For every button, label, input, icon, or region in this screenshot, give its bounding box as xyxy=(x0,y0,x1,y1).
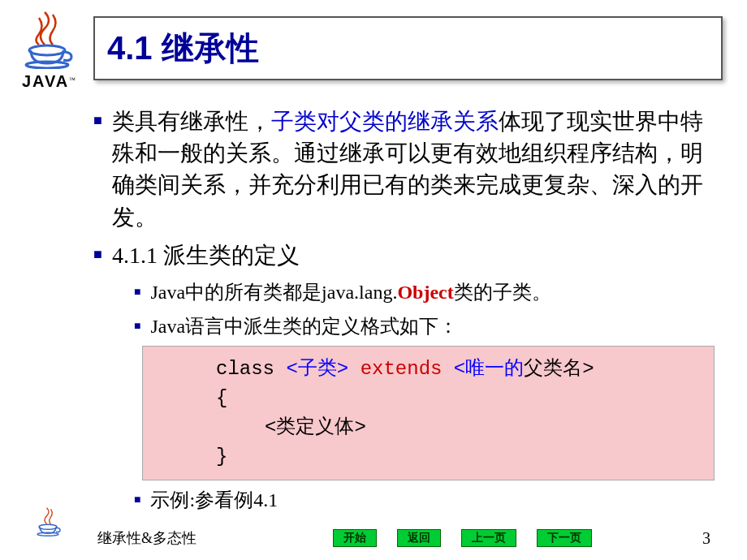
next-button[interactable]: 下一页 xyxy=(537,529,592,547)
sub-bullet-2: ■ Java语言中派生类的定义格式如下： xyxy=(134,312,723,341)
nav-buttons: 开始 返回 上一页 下一页 xyxy=(333,529,592,547)
start-button[interactable]: 开始 xyxy=(333,529,377,547)
code-block: class <子类> extends <唯一的父类名> { <类定义体> } xyxy=(142,346,715,480)
sub-bullet-3: ■ 示例:参看例4.1 xyxy=(134,485,723,515)
java-cup-icon xyxy=(24,8,73,69)
footer: 继承性&多态性 开始 返回 上一页 下一页 3 xyxy=(0,528,747,548)
code-line-1: class <子类> extends <唯一的父类名> xyxy=(216,355,641,384)
svg-point-1 xyxy=(26,62,68,68)
bullet-mark: ■ xyxy=(93,246,102,263)
sub-bullet-text: 示例:参看例4.1 xyxy=(150,485,278,515)
slide-title: 4.1 继承性 xyxy=(107,26,709,71)
title-container: 4.1 继承性 xyxy=(93,16,723,80)
bullet-mark: ■ xyxy=(134,320,140,333)
bullet-2: ■ 4.1.1 派生类的定义 xyxy=(93,239,723,271)
bullet-1: ■ 类具有继承性，子类对父类的继承关系体现了现实世界中特殊和一般的关系。通过继承… xyxy=(93,106,723,233)
code-line-4: } xyxy=(216,442,641,472)
code-line-3: <类定义体> xyxy=(216,413,641,442)
tm-symbol: ™ xyxy=(69,76,76,84)
prev-button[interactable]: 上一页 xyxy=(461,529,516,547)
bullet-mark: ■ xyxy=(93,112,102,129)
content-area: ■ 类具有继承性，子类对父类的继承关系体现了现实世界中特殊和一般的关系。通过继承… xyxy=(93,106,723,519)
code-line-2: { xyxy=(216,384,641,413)
bullet-text: 4.1.1 派生类的定义 xyxy=(112,239,300,271)
footer-title: 继承性&多态性 xyxy=(97,528,196,548)
sub-bullet-text: Java中的所有类都是java.lang.Object类的子类。 xyxy=(150,278,551,307)
java-logo-text: JAVA xyxy=(22,72,69,90)
page-number: 3 xyxy=(702,529,710,548)
sub-bullet-1: ■ Java中的所有类都是java.lang.Object类的子类。 xyxy=(134,278,723,307)
bullet-mark: ■ xyxy=(134,493,140,506)
back-button[interactable]: 返回 xyxy=(397,529,441,547)
bullet-mark: ■ xyxy=(134,286,140,299)
java-logo-large: JAVA™ xyxy=(16,8,81,91)
svg-point-0 xyxy=(29,45,65,55)
sub-bullet-text: Java语言中派生类的定义格式如下： xyxy=(150,312,458,341)
bullet-text: 类具有继承性，子类对父类的继承关系体现了现实世界中特殊和一般的关系。通过继承可以… xyxy=(112,106,723,233)
